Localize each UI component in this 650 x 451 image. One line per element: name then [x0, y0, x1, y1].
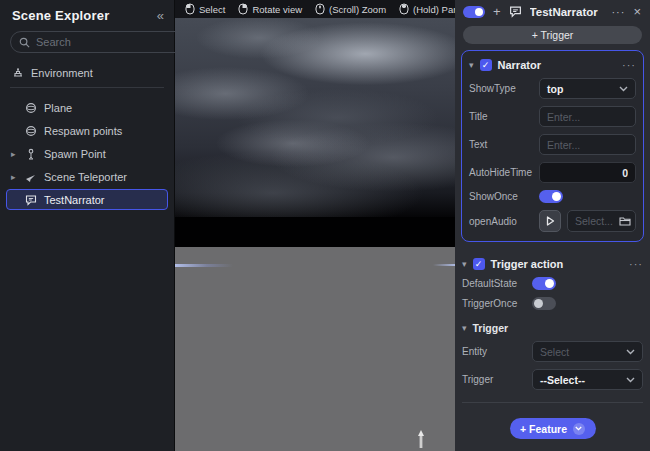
feature-button[interactable]: + Feature	[510, 418, 596, 439]
tree-item-label: Plane	[44, 102, 72, 114]
tree-item-spawn-point[interactable]: ▸ Spawn Point	[6, 143, 168, 164]
add-component-icon[interactable]: +	[493, 4, 501, 19]
spawn-point-icon	[25, 148, 37, 160]
tool-hold-pan[interactable]: (Hold) Pan	[399, 3, 455, 15]
text-input[interactable]	[547, 139, 628, 151]
tree-item-label: TestNarrator	[44, 194, 105, 206]
collapse-caret-icon[interactable]: ▾	[462, 323, 467, 333]
collapse-panel-icon[interactable]: «	[157, 8, 164, 23]
environment-row[interactable]: Environment	[0, 61, 174, 87]
tree-item-plane[interactable]: Plane	[6, 97, 168, 118]
ground-plane-render	[175, 247, 455, 451]
showonce-field-row: ShowOnce	[469, 190, 636, 203]
triggeronce-toggle[interactable]	[532, 297, 556, 310]
trigger-action-enabled-checkbox[interactable]: ✓	[473, 258, 485, 270]
add-trigger-button[interactable]: + Trigger	[463, 26, 642, 44]
chevron-down-icon	[573, 423, 585, 435]
close-icon[interactable]: ×	[633, 4, 642, 19]
field-label: openAudio	[469, 216, 539, 227]
letterbox-band	[175, 217, 455, 247]
chevron-down-icon	[619, 86, 628, 92]
text-field-row: Text	[469, 134, 636, 155]
field-label: Text	[469, 139, 539, 150]
autohidetime-input[interactable]	[547, 167, 628, 179]
mouse-scroll-icon	[315, 3, 325, 15]
panel-title: Scene Explorer	[12, 8, 109, 23]
more-options-icon[interactable]: ···	[629, 258, 643, 270]
tree-item-scene-teleporter[interactable]: ▸ Scene Teleporter	[6, 166, 168, 187]
narrator-section: ▾ ✓ Narrator ··· ShowType top Title	[461, 50, 644, 242]
field-label: ShowOnce	[469, 191, 539, 202]
app-window: Scene Explorer « +	[0, 0, 650, 451]
title-input-wrap	[539, 106, 636, 127]
showtype-select[interactable]: top	[539, 78, 636, 99]
component-power-toggle[interactable]	[463, 6, 485, 18]
entity-select[interactable]: Select	[532, 341, 643, 362]
narrator-enabled-checkbox[interactable]: ✓	[480, 59, 492, 71]
viewport-toolbar: Select Rotate view (Scroll) Zoom (Hold) …	[175, 0, 455, 18]
openaudio-select[interactable]: Select...	[567, 210, 636, 232]
section-title: Narrator	[498, 59, 616, 71]
tool-label: (Scroll) Zoom	[329, 4, 386, 15]
chevron-down-icon	[626, 377, 635, 383]
inspector-header: + TestNarrator ··· ×	[455, 0, 650, 23]
expand-caret-icon[interactable]: ▸	[11, 149, 16, 159]
inspector-title: TestNarrator	[530, 6, 604, 18]
play-audio-button[interactable]	[539, 210, 561, 232]
tool-rotate-view[interactable]: Rotate view	[238, 3, 302, 15]
entity-field-row: Entity Select	[462, 341, 643, 362]
defaultstate-toggle[interactable]	[532, 277, 556, 290]
triggeronce-field-row: TriggerOnce	[462, 297, 643, 310]
sky-render	[175, 18, 455, 217]
select-placeholder: Select	[540, 346, 569, 358]
tool-label: Rotate view	[252, 4, 302, 15]
environment-icon	[12, 67, 24, 79]
tree-item-testnarrator[interactable]: TestNarrator	[6, 189, 168, 210]
tool-scroll-zoom[interactable]: (Scroll) Zoom	[315, 3, 386, 15]
title-field-row: Title	[469, 106, 636, 127]
tree-item-respawn-points[interactable]: Respawn points	[6, 120, 168, 141]
trigger-select[interactable]: --Select--	[532, 369, 643, 390]
scene-explorer-header: Scene Explorer «	[0, 0, 174, 29]
expand-caret-icon[interactable]: ▸	[11, 172, 16, 182]
selection-shimmer	[433, 264, 455, 266]
trigger-action-header: ▾ ✓ Trigger action ···	[462, 258, 643, 270]
more-options-icon[interactable]: ···	[622, 59, 636, 71]
selection-shimmer	[175, 264, 233, 267]
autohidetime-field-row: AutoHideTime	[469, 162, 636, 183]
search-icon	[19, 37, 30, 48]
divider	[462, 402, 643, 403]
search-box[interactable]	[10, 31, 187, 53]
translate-gizmo-arrow-icon[interactable]	[416, 430, 426, 449]
openaudio-field-row: openAudio Select...	[469, 210, 636, 232]
scene-viewport[interactable]: Select Rotate view (Scroll) Zoom (Hold) …	[175, 0, 455, 451]
title-input[interactable]	[547, 111, 628, 123]
field-label: Trigger	[462, 374, 532, 385]
trigger-field-row: Trigger --Select--	[462, 369, 643, 390]
select-placeholder: Select...	[575, 215, 613, 227]
showtype-field-row: ShowType top	[469, 78, 636, 99]
defaultstate-field-row: DefaultState	[462, 277, 643, 290]
collapse-caret-icon[interactable]: ▾	[462, 259, 467, 269]
folder-icon[interactable]	[619, 216, 631, 226]
field-label: AutoHideTime	[469, 167, 539, 178]
collapse-caret-icon[interactable]: ▾	[469, 60, 474, 70]
tool-label: (Hold) Pan	[413, 4, 455, 15]
mouse-left-click-icon	[185, 3, 195, 15]
play-icon	[546, 216, 555, 226]
inspector-panel: + TestNarrator ··· × + Trigger ▾ ✓ Narra…	[455, 0, 650, 451]
mouse-right-click-icon	[238, 3, 248, 15]
tool-select[interactable]: Select	[185, 3, 225, 15]
more-options-icon[interactable]: ···	[611, 6, 625, 18]
field-label: DefaultState	[462, 278, 532, 289]
field-label: Title	[469, 111, 539, 122]
openaudio-controls: Select...	[539, 210, 636, 232]
search-input[interactable]	[36, 36, 178, 48]
mesh-icon	[25, 125, 37, 137]
showonce-toggle[interactable]	[539, 190, 563, 203]
inspector-body: ▾ ✓ Narrator ··· ShowType top Title	[455, 50, 650, 410]
field-label: TriggerOnce	[462, 298, 532, 309]
subsection-title: Trigger	[473, 322, 509, 334]
environment-label: Environment	[31, 67, 93, 79]
field-label: ShowType	[469, 83, 539, 94]
